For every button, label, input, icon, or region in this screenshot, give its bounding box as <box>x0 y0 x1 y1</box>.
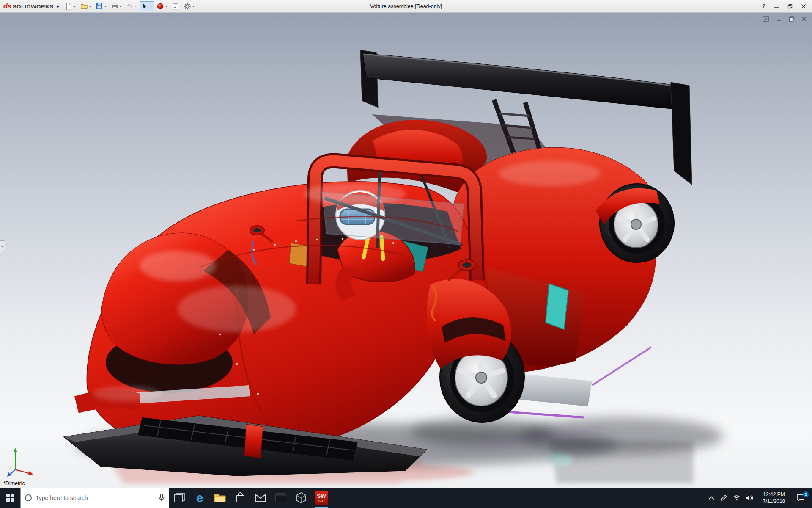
new-document-button[interactable] <box>63 1 78 11</box>
document-window-controls <box>763 16 807 22</box>
race-car-model[interactable] <box>0 13 812 488</box>
file-explorer-icon <box>214 493 226 503</box>
dropdown-caret-icon[interactable] <box>134 6 137 7</box>
mail-icon <box>255 494 266 502</box>
close-icon <box>801 4 806 9</box>
taskbar-clock[interactable]: 12:42 PM 7/11/2018 <box>756 491 792 505</box>
dropdown-caret-icon[interactable] <box>119 6 122 7</box>
splitter-pylon <box>244 424 263 458</box>
task-view-button[interactable] <box>169 488 189 508</box>
dock-document-button[interactable] <box>763 16 769 22</box>
view-orientation-label: *Dimetric <box>3 480 25 486</box>
orientation-triad <box>6 444 37 478</box>
appearances-button[interactable] <box>155 1 169 11</box>
microphone-icon[interactable] <box>159 494 165 502</box>
windows-taskbar: e <box>0 488 812 508</box>
undo-icon <box>126 3 134 10</box>
open-icon <box>80 3 88 10</box>
close-document-button[interactable] <box>801 16 807 22</box>
side-window <box>546 284 568 329</box>
design-binder-button[interactable] <box>170 1 181 11</box>
solidworks-logo: ds SOLIDWORKS <box>3 3 54 10</box>
open-button[interactable] <box>79 1 93 11</box>
minimize-document-icon <box>776 16 782 22</box>
network-tray-button[interactable] <box>730 488 743 508</box>
start-button[interactable] <box>0 488 20 508</box>
search-input[interactable] <box>36 494 155 501</box>
hidden-icons-button[interactable] <box>705 488 718 508</box>
solidworks-app-icon: SW 2017 <box>315 491 328 505</box>
dropdown-caret-icon[interactable] <box>165 6 167 7</box>
dropdown-caret-icon[interactable] <box>89 6 91 7</box>
ds-logo-mark: ds <box>3 3 11 10</box>
design-binder-icon <box>172 3 179 10</box>
clock-time: 12:42 PM <box>756 491 792 498</box>
dropdown-caret-icon[interactable] <box>150 6 152 7</box>
gear-icon <box>184 3 191 10</box>
quick-access-toolbar <box>63 1 196 11</box>
windows-logo-icon <box>6 494 14 502</box>
console-icon <box>275 493 286 502</box>
file-explorer-button[interactable] <box>210 488 230 508</box>
edge-icon: e <box>196 491 203 504</box>
graphics-viewport[interactable]: *Dimetric <box>0 13 812 488</box>
task-view-icon <box>174 493 185 503</box>
3d-viewer-button[interactable] <box>291 488 311 508</box>
seatbelt <box>381 237 383 259</box>
dropdown-caret-icon[interactable] <box>192 6 195 7</box>
cube-icon <box>296 492 306 503</box>
close-button[interactable] <box>801 4 806 9</box>
dropdown-caret-icon[interactable] <box>104 6 107 7</box>
system-tray: 12:42 PM 7/11/2018 2 <box>705 488 812 508</box>
pen-tray-button[interactable] <box>718 488 730 508</box>
solidworks-window: ds SOLIDWORKS ▸ <box>0 0 812 508</box>
action-center-button[interactable]: 2 <box>792 488 809 508</box>
volume-tray-button[interactable] <box>743 488 756 508</box>
title-bar: ds SOLIDWORKS ▸ <box>0 0 812 13</box>
dock-window-icon <box>763 16 769 22</box>
clock-date: 7/11/2018 <box>756 498 792 505</box>
save-icon <box>96 3 103 10</box>
mail-button[interactable] <box>250 488 271 508</box>
window-controls: ? <box>762 3 809 9</box>
dropdown-caret-icon[interactable] <box>74 6 76 7</box>
options-button[interactable] <box>182 1 196 11</box>
volume-icon <box>746 494 753 501</box>
search-icon <box>25 494 32 501</box>
feature-panel-toggle[interactable] <box>0 240 5 252</box>
chevron-left-icon <box>1 245 3 248</box>
y-axis-arrow <box>14 448 17 452</box>
pen-icon <box>721 494 727 501</box>
minimize-icon <box>774 4 779 9</box>
minimize-document-button[interactable] <box>776 16 782 22</box>
solidworks-wordmark: SOLIDWORKS <box>13 3 54 10</box>
save-button[interactable] <box>94 1 108 11</box>
x-axis-arrow <box>28 471 33 475</box>
store-button[interactable] <box>230 488 250 508</box>
undo-button[interactable] <box>124 1 139 11</box>
store-icon <box>235 492 245 503</box>
menu-flyout-arrow-icon[interactable]: ▸ <box>57 3 60 9</box>
show-desktop-button[interactable] <box>809 488 812 508</box>
print-button[interactable] <box>109 1 123 11</box>
select-tool-button[interactable] <box>140 1 154 11</box>
print-icon <box>111 3 118 10</box>
edge-button[interactable]: e <box>189 488 210 508</box>
notification-badge: 2 <box>803 491 809 497</box>
solidworks-taskbar-button[interactable]: SW 2017 <box>311 488 332 508</box>
new-document-icon <box>65 3 73 10</box>
help-button[interactable]: ? <box>762 3 765 9</box>
close-document-icon <box>801 16 807 22</box>
minimize-button[interactable] <box>774 4 779 9</box>
network-icon <box>733 495 741 501</box>
restore-document-icon <box>789 16 795 22</box>
chevron-up-icon <box>708 496 714 500</box>
document-title: Voiture assemblee [Read-only] <box>370 3 442 9</box>
maximize-button[interactable] <box>787 4 793 9</box>
select-cursor-icon <box>141 3 149 10</box>
restore-icon <box>787 4 793 9</box>
appearance-sphere-icon <box>156 3 164 10</box>
taskbar-search[interactable] <box>20 488 169 508</box>
console-button[interactable] <box>271 488 291 508</box>
restore-document-button[interactable] <box>789 16 795 22</box>
